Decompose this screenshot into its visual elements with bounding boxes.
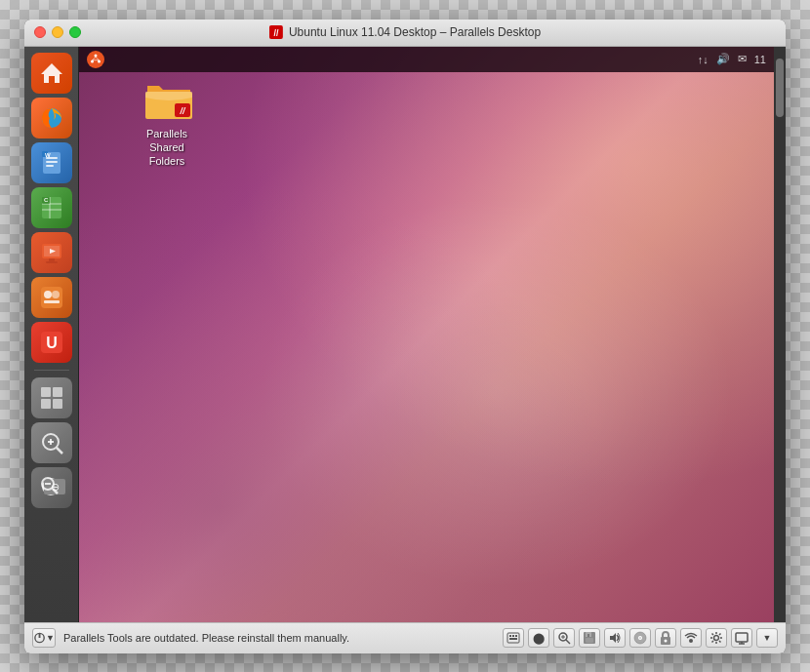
window-title: // Ubuntu Linux 11.04 Desktop – Parallel…	[269, 25, 541, 39]
svg-text:U: U	[46, 335, 58, 351]
main-content: W C	[24, 47, 786, 622]
volume-icon	[608, 631, 622, 645]
gear-icon	[709, 631, 723, 645]
monitor-icon	[735, 631, 749, 645]
power-icon	[33, 631, 46, 645]
sidebar-item-firefox[interactable]	[31, 98, 72, 138]
zoom-icon-btn[interactable]	[553, 628, 575, 648]
volume-icon-btn[interactable]	[604, 628, 626, 648]
svg-rect-52	[509, 635, 511, 637]
lock-icon	[660, 631, 671, 645]
zoom-status-icon	[557, 631, 571, 645]
svg-text:W: W	[45, 152, 51, 158]
svg-rect-28	[41, 387, 51, 397]
sidebar-item-calc[interactable]: C	[31, 187, 72, 228]
sidebar-item-zoomin[interactable]	[31, 422, 72, 463]
sidebar-item-impress[interactable]	[31, 232, 72, 273]
svg-rect-63	[587, 634, 589, 637]
panel-mail-icon: ✉	[738, 53, 747, 65]
dropdown-btn[interactable]: ▼	[756, 628, 778, 648]
svg-rect-22	[41, 287, 62, 308]
svg-line-35	[57, 448, 62, 454]
minimize-button[interactable]	[52, 26, 63, 38]
folder-icon-container: //	[143, 76, 190, 123]
keyboard-icon-btn[interactable]	[503, 628, 524, 648]
svg-line-57	[566, 640, 570, 644]
parallels-folder-icon: //	[143, 76, 194, 121]
home-icon	[39, 60, 64, 86]
svg-text:C: C	[44, 197, 49, 203]
maximize-button[interactable]	[69, 26, 81, 38]
close-button[interactable]	[34, 26, 46, 38]
panel-right: ↑↓ 🔊 ✉ 11	[698, 53, 766, 65]
firefox-icon	[38, 104, 65, 132]
svg-rect-7	[46, 161, 58, 163]
panel-time: 11	[754, 54, 766, 65]
status-bar: ▼ Parallels Tools are outdated. Please r…	[24, 622, 786, 653]
cd-icon	[633, 631, 647, 645]
floppy-icon-btn[interactable]	[579, 628, 600, 648]
lock-icon-btn[interactable]	[655, 628, 676, 648]
power-button[interactable]: ▼	[32, 628, 56, 648]
svg-marker-64	[610, 633, 616, 643]
svg-rect-29	[53, 387, 62, 397]
svg-point-24	[52, 291, 60, 298]
svg-rect-54	[515, 635, 517, 637]
svg-point-43	[95, 54, 98, 57]
scrollbar-thumb[interactable]	[776, 59, 784, 117]
ubuntu-desktop[interactable]: ↑↓ 🔊 ✉ 11	[79, 47, 774, 622]
svg-point-23	[44, 291, 52, 298]
ubuntu-logo-icon	[88, 52, 103, 67]
svg-rect-55	[509, 638, 517, 640]
svg-rect-31	[53, 399, 62, 409]
desktop-icon-parallels-shared-folders[interactable]: // Parallels Shared Folders	[128, 76, 206, 169]
svg-point-67	[639, 637, 641, 639]
mouse-symbol: ⬤	[533, 632, 545, 645]
sidebar-item-software[interactable]	[31, 277, 72, 318]
desktop-icon-label: Parallels Shared Folders	[128, 127, 206, 169]
title-bar: // Ubuntu Linux 11.04 Desktop – Parallel…	[24, 20, 786, 47]
ubuntu-logo[interactable]	[87, 51, 104, 68]
cd-icon-btn[interactable]	[629, 628, 651, 648]
writer-icon: W	[38, 149, 65, 177]
unity-launcher: W C	[24, 47, 79, 622]
status-icons: ⬤	[503, 628, 778, 648]
floppy-icon	[583, 631, 596, 645]
svg-rect-21	[46, 261, 58, 263]
ubuntu-panel: ↑↓ 🔊 ✉ 11	[79, 47, 774, 72]
sidebar-item-writer[interactable]: W	[31, 142, 72, 183]
sidebar-item-home[interactable]	[31, 53, 72, 94]
impress-icon	[38, 239, 65, 266]
zoomin-icon	[38, 429, 65, 456]
network-icon	[684, 631, 698, 645]
svg-point-69	[665, 640, 668, 643]
keyboard-icon	[506, 632, 520, 644]
sidebar-item-ubuntuone[interactable]: U	[31, 322, 72, 363]
svg-point-70	[689, 639, 693, 643]
svg-rect-30	[41, 399, 51, 409]
zoomout-icon: ⊖	[38, 474, 65, 501]
parallels-desktop-window: // Ubuntu Linux 11.04 Desktop – Parallel…	[24, 20, 786, 653]
dropdown-arrow: ▼	[763, 633, 772, 643]
svg-text://: //	[273, 28, 279, 38]
mouse-icon-btn[interactable]: ⬤	[528, 628, 549, 648]
desktop-scrollbar[interactable]	[774, 47, 786, 622]
svg-rect-53	[512, 635, 514, 637]
software-icon	[38, 284, 65, 311]
panel-volume-icon: 🔊	[716, 53, 730, 65]
panel-network-icon: ↑↓	[698, 54, 709, 65]
network-icon-btn[interactable]	[680, 628, 702, 648]
svg-marker-2	[41, 63, 62, 83]
traffic-lights	[34, 26, 81, 38]
svg-rect-25	[44, 300, 60, 303]
settings-icon-btn[interactable]	[706, 628, 727, 648]
ubuntuone-icon: U	[38, 329, 65, 356]
workspace-icon	[38, 384, 65, 412]
monitor-icon-btn[interactable]	[731, 628, 752, 648]
sidebar-item-zoomout[interactable]: ⊖	[31, 467, 72, 508]
title-parallels-icon: //	[269, 25, 283, 39]
svg-rect-8	[46, 165, 54, 167]
svg-rect-72	[736, 633, 748, 642]
sidebar-item-workspace[interactable]	[31, 377, 72, 418]
status-warning-text: Parallels Tools are outdated. Please rei…	[63, 632, 495, 644]
